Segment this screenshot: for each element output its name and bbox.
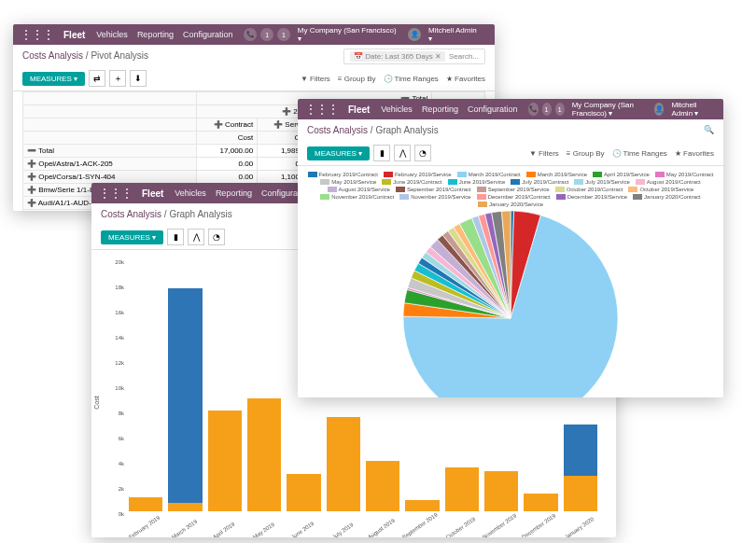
apps-icon[interactable]: ⋮⋮⋮: [99, 187, 133, 200]
groupby-menu[interactable]: ≡ Group By: [338, 75, 376, 83]
pie-chart: [403, 211, 618, 397]
brand[interactable]: Fleet: [348, 104, 370, 115]
legend-item[interactable]: November 2019/Contract: [320, 194, 394, 200]
bar-group[interactable]: March 2019: [168, 259, 202, 511]
legend-item[interactable]: February 2019/Service: [384, 172, 452, 177]
legend-item[interactable]: January 2020/Contract: [633, 194, 701, 200]
pie-view-button[interactable]: ◔: [414, 145, 431, 161]
breadcrumb: Costs Analysis / Pivot Analysis 📅 Date: …: [13, 45, 495, 66]
favorites-menu[interactable]: ★ Favorites: [675, 149, 714, 158]
x-tick-label: November 2019: [482, 513, 517, 537]
phone-icon[interactable]: 📞: [244, 28, 257, 41]
download-button[interactable]: ⬇: [130, 70, 147, 87]
filters-menu[interactable]: ▼ Filters: [529, 149, 559, 158]
brand[interactable]: Fleet: [63, 30, 85, 40]
groupby-menu[interactable]: ≡ Group By: [567, 149, 605, 158]
breadcrumb-root[interactable]: Costs Analysis: [307, 125, 368, 135]
breadcrumb: Costs Analysis / Graph Analysis 🔍: [298, 119, 723, 141]
x-tick-label: August 2019: [367, 518, 396, 537]
pie-legend: February 2019/ContractFebruary 2019/Serv…: [307, 172, 714, 207]
flip-axis-button[interactable]: ⇄: [89, 70, 105, 87]
x-tick-label: May 2019: [252, 522, 275, 537]
x-tick-label: April 2019: [212, 521, 236, 537]
measures-button[interactable]: MEASURES ▾: [22, 72, 85, 86]
pie-chart-window: ⋮⋮⋮ Fleet Vehicles Reporting Configurati…: [298, 99, 723, 397]
apps-icon[interactable]: ⋮⋮⋮: [305, 103, 339, 116]
chat-icon[interactable]: 1: [542, 103, 552, 116]
pie-view-button[interactable]: ◔: [208, 229, 225, 245]
favorites-menu[interactable]: ★ Favorites: [446, 75, 485, 83]
legend-item[interactable]: December 2019/Service: [556, 194, 627, 200]
chat-icon[interactable]: 1: [260, 28, 273, 41]
legend-item[interactable]: March 2019/Contract: [457, 172, 521, 177]
activity-icon[interactable]: 1: [555, 103, 565, 116]
legend-item[interactable]: February 2019/Contract: [308, 172, 378, 177]
measures-button[interactable]: MEASURES ▾: [101, 230, 163, 244]
measures-button[interactable]: MEASURES ▾: [307, 146, 370, 160]
nav-reporting[interactable]: Reporting: [216, 188, 252, 198]
x-tick-label: September 2019: [401, 512, 439, 537]
activity-icon[interactable]: 1: [277, 28, 290, 41]
nav-reporting[interactable]: Reporting: [422, 104, 458, 114]
legend-item[interactable]: May 2019/Contract: [655, 172, 714, 177]
x-tick-label: February 2019: [128, 515, 161, 537]
nav-vehicles[interactable]: Vehicles: [96, 30, 128, 39]
legend-item[interactable]: September 2019/Service: [477, 187, 550, 192]
bar-group[interactable]: February 2019: [129, 259, 162, 511]
avatar-icon: 👤: [654, 103, 664, 116]
search-icon[interactable]: 🔍: [704, 125, 714, 134]
user-menu[interactable]: Mitchell Admin ▾: [428, 26, 482, 43]
legend-item[interactable]: August 2019/Service: [328, 187, 390, 192]
bar-group[interactable]: May 2019: [247, 259, 281, 511]
legend-item[interactable]: June 2019/Contract: [382, 179, 441, 185]
nav-vehicles[interactable]: Vehicles: [381, 104, 413, 114]
x-tick-label: March 2019: [171, 519, 198, 537]
legend-item[interactable]: December 2019/Contract: [477, 194, 551, 200]
expand-button[interactable]: ＋: [109, 70, 126, 87]
x-tick-label: October 2019: [445, 516, 476, 537]
phone-icon[interactable]: 📞: [528, 103, 538, 116]
line-view-button[interactable]: ⋀: [188, 229, 204, 245]
nav-configuration[interactable]: Configuration: [183, 30, 233, 39]
breadcrumb-root[interactable]: Costs Analysis: [22, 50, 83, 61]
search-box[interactable]: 📅 Date: Last 365 Days ✕ Search...: [343, 49, 485, 64]
bar-view-button[interactable]: ▮: [167, 229, 184, 245]
timeranges-menu[interactable]: 🕒 Time Ranges: [384, 75, 439, 83]
x-tick-label: January 2020: [564, 516, 595, 537]
nav-reporting[interactable]: Reporting: [137, 30, 174, 39]
filter-bar: ▼ Filters ≡ Group By 🕒 Time Ranges ★ Fav…: [301, 75, 485, 83]
legend-item[interactable]: July 2019/Service: [574, 179, 629, 185]
legend-item[interactable]: June 2019/Service: [448, 179, 506, 185]
breadcrumb-root[interactable]: Costs Analysis: [101, 209, 161, 219]
x-tick-label: June 2019: [290, 521, 315, 537]
header: ⋮⋮⋮ Fleet Vehicles Reporting Configurati…: [13, 24, 495, 45]
filters-menu[interactable]: ▼ Filters: [301, 75, 330, 83]
bar-group[interactable]: April 2019: [208, 259, 242, 511]
company-selector[interactable]: My Company (San Francisco) ▾: [572, 101, 648, 118]
legend-item[interactable]: January 2020/Service: [478, 202, 543, 207]
bar-view-button[interactable]: ▮: [373, 145, 390, 161]
legend-item[interactable]: July 2019/Contract: [511, 179, 568, 185]
legend-item[interactable]: October 2019/Contract: [555, 187, 623, 192]
legend-item[interactable]: October 2019/Service: [628, 187, 693, 192]
avatar-icon: 👤: [408, 28, 421, 41]
nav-configuration[interactable]: Configuration: [468, 104, 518, 114]
header: ⋮⋮⋮ Fleet Vehicles Reporting Configurati…: [298, 99, 723, 119]
timeranges-menu[interactable]: 🕒 Time Ranges: [612, 149, 667, 158]
x-tick-label: July 2019: [331, 522, 354, 537]
x-tick-label: December 2019: [521, 513, 556, 537]
filter-bar: ▼ Filters ≡ Group By 🕒 Time Ranges ★ Fav…: [529, 149, 714, 158]
brand[interactable]: Fleet: [142, 188, 163, 199]
legend-item[interactable]: April 2019/Service: [593, 172, 650, 177]
legend-item[interactable]: September 2019/Contract: [396, 187, 471, 192]
legend-item[interactable]: August 2019/Contract: [636, 179, 701, 185]
legend-item[interactable]: November 2019/Service: [399, 194, 470, 200]
line-view-button[interactable]: ⋀: [394, 145, 411, 161]
legend-item[interactable]: May 2019/Service: [320, 179, 376, 185]
legend-item[interactable]: March 2019/Service: [526, 172, 587, 177]
company-selector[interactable]: My Company (San Francisco) ▾: [298, 26, 400, 43]
apps-icon[interactable]: ⋮⋮⋮: [21, 28, 54, 41]
search-chip[interactable]: 📅 Date: Last 365 Days ✕: [350, 51, 445, 62]
nav-vehicles[interactable]: Vehicles: [175, 188, 206, 198]
user-menu[interactable]: Mitchell Admin ▾: [671, 101, 710, 118]
